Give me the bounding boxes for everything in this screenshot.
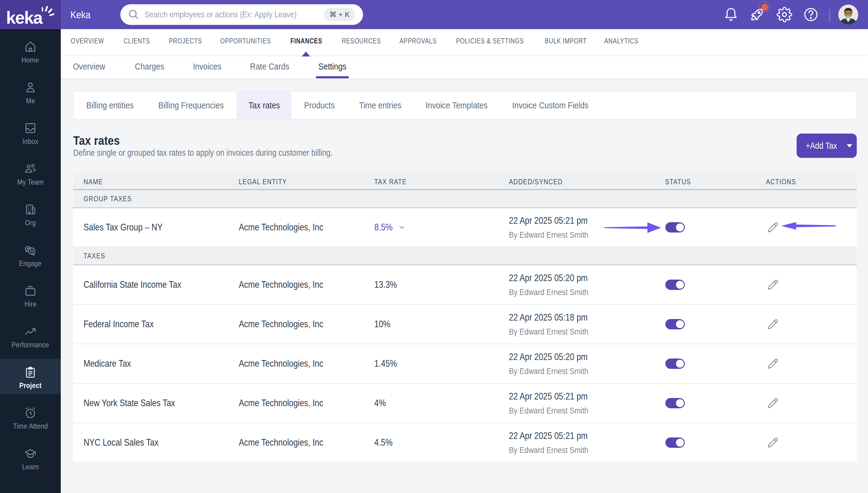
svg-text:keka: keka <box>6 8 43 27</box>
